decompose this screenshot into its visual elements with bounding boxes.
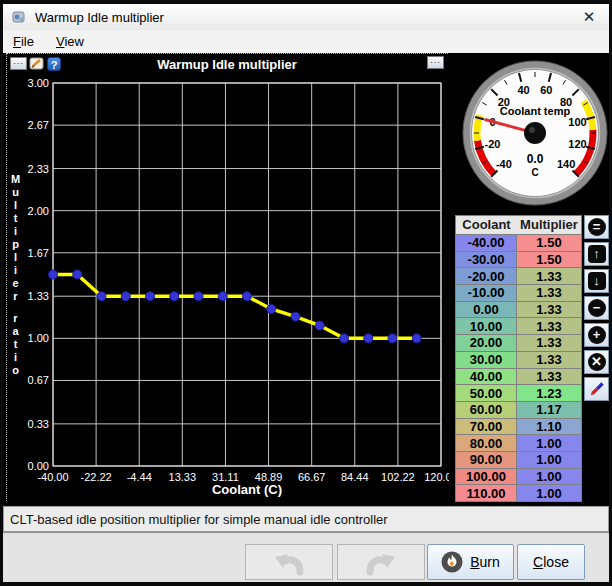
panel-detach-button[interactable]: ... bbox=[427, 56, 444, 69]
close-button[interactable]: Close bbox=[517, 544, 585, 580]
increase-values-button[interactable]: ↑ bbox=[584, 242, 609, 266]
coolant-cell[interactable]: 100.00 bbox=[456, 468, 517, 485]
svg-text:1.33: 1.33 bbox=[28, 290, 49, 302]
pencil-icon bbox=[589, 381, 605, 397]
edit-pencil-button[interactable] bbox=[584, 377, 609, 401]
multiplier-cell[interactable]: 1.33 bbox=[517, 284, 581, 301]
menu-file[interactable]: File bbox=[13, 34, 34, 49]
coolant-cell[interactable]: 70.00 bbox=[456, 418, 517, 435]
increase-values-icon: ↑ bbox=[588, 245, 606, 263]
gauge-units: C bbox=[531, 167, 538, 178]
coolant-cell[interactable]: -40.00 bbox=[456, 234, 517, 251]
coolant-cell[interactable]: 20.00 bbox=[456, 334, 517, 351]
svg-text:1.67: 1.67 bbox=[28, 247, 49, 259]
panel-menu-button[interactable]: ... bbox=[10, 57, 27, 70]
data-point[interactable] bbox=[97, 292, 106, 301]
undo-button[interactable] bbox=[245, 544, 333, 580]
data-point[interactable] bbox=[267, 304, 276, 313]
minus-button[interactable]: − bbox=[584, 296, 609, 320]
table-row: -30.001.50 bbox=[456, 251, 581, 268]
burn-button[interactable]: Burn bbox=[427, 544, 514, 580]
svg-text:140: 140 bbox=[557, 158, 575, 170]
warmup-curve-chart[interactable]: 0.000.330.671.001.331.672.002.332.673.00… bbox=[7, 54, 449, 502]
multiplier-cell[interactable]: 1.33 bbox=[517, 317, 581, 334]
coolant-cell[interactable]: -20.00 bbox=[456, 267, 517, 284]
menu-bar: FileView bbox=[3, 30, 609, 53]
data-point[interactable] bbox=[243, 292, 252, 301]
data-point[interactable] bbox=[170, 292, 179, 301]
coolant-cell[interactable]: 50.00 bbox=[456, 384, 517, 401]
data-point[interactable] bbox=[388, 334, 397, 343]
multiplier-cell[interactable]: 1.33 bbox=[517, 334, 581, 351]
edit-notes-icon[interactable] bbox=[29, 56, 45, 71]
footer-bar: Burn Close bbox=[3, 532, 609, 583]
decrease-values-button[interactable]: ↓ bbox=[584, 269, 609, 293]
multiplier-cell[interactable]: 1.00 bbox=[517, 434, 581, 451]
window-title: Warmup Idle multiplier bbox=[35, 10, 164, 25]
table-row: 30.001.33 bbox=[456, 351, 581, 368]
redo-button[interactable] bbox=[337, 544, 425, 580]
chart-title: Warmup Idle multiplier bbox=[7, 57, 447, 72]
svg-text:120: 120 bbox=[568, 138, 586, 150]
data-point[interactable] bbox=[291, 312, 300, 321]
y-axis-label: Multiplierratio bbox=[9, 83, 22, 466]
data-point[interactable] bbox=[218, 292, 227, 301]
clear-button[interactable]: ✕ bbox=[584, 350, 609, 374]
svg-text:0.67: 0.67 bbox=[28, 374, 49, 386]
close-window-button[interactable]: ✕ bbox=[577, 8, 601, 26]
data-point[interactable] bbox=[49, 270, 58, 279]
menu-view[interactable]: View bbox=[56, 34, 84, 49]
coolant-cell[interactable]: 40.00 bbox=[456, 368, 517, 385]
coolant-cell[interactable]: 90.00 bbox=[456, 451, 517, 468]
svg-text:2.67: 2.67 bbox=[28, 119, 49, 131]
multiplier-cell[interactable]: 1.00 bbox=[517, 468, 581, 485]
clear-icon: ✕ bbox=[588, 353, 606, 371]
coolant-cell[interactable]: 30.00 bbox=[456, 351, 517, 368]
coolant-cell[interactable]: 60.00 bbox=[456, 401, 517, 418]
table-row: -20.001.33 bbox=[456, 267, 581, 284]
data-point[interactable] bbox=[194, 292, 203, 301]
multiplier-cell[interactable]: 1.50 bbox=[517, 234, 581, 251]
decrease-values-icon: ↓ bbox=[588, 272, 606, 290]
table-row: 40.001.33 bbox=[456, 368, 581, 385]
data-point[interactable] bbox=[315, 321, 324, 330]
burn-flame-icon bbox=[441, 551, 463, 573]
multiplier-cell[interactable]: 1.33 bbox=[517, 368, 581, 385]
multiplier-cell[interactable]: 1.33 bbox=[517, 267, 581, 284]
help-button[interactable]: ? bbox=[47, 57, 61, 71]
column-header-coolant: Coolant bbox=[456, 216, 517, 234]
svg-text:0.33: 0.33 bbox=[28, 418, 49, 430]
warmup-table: CoolantMultiplier -40.001.50-30.001.50-2… bbox=[455, 215, 582, 502]
multiplier-cell[interactable]: 1.00 bbox=[517, 451, 581, 468]
table-row: 20.001.33 bbox=[456, 334, 581, 351]
table-row: 100.001.00 bbox=[456, 468, 581, 485]
status-bar: CLT-based idle position multiplier for s… bbox=[3, 506, 609, 532]
coolant-cell[interactable]: 0.00 bbox=[456, 301, 517, 318]
plus-button[interactable]: + bbox=[584, 323, 609, 347]
coolant-cell[interactable]: -10.00 bbox=[456, 284, 517, 301]
multiplier-cell[interactable]: 1.10 bbox=[517, 418, 581, 435]
coolant-cell[interactable]: 10.00 bbox=[456, 317, 517, 334]
multiplier-cell[interactable]: 1.17 bbox=[517, 401, 581, 418]
data-point[interactable] bbox=[340, 334, 349, 343]
data-point[interactable] bbox=[412, 334, 421, 343]
data-point[interactable] bbox=[146, 292, 155, 301]
minus-icon: − bbox=[588, 299, 606, 317]
coolant-cell[interactable]: 110.00 bbox=[456, 484, 517, 501]
equalize-values-button[interactable]: = bbox=[584, 215, 609, 239]
multiplier-cell[interactable]: 1.33 bbox=[517, 351, 581, 368]
coolant-cell[interactable]: -30.00 bbox=[456, 251, 517, 268]
window-bottom-edge bbox=[0, 582, 612, 586]
undo-icon bbox=[271, 548, 307, 576]
data-point[interactable] bbox=[364, 334, 373, 343]
coolant-cell[interactable]: 80.00 bbox=[456, 434, 517, 451]
multiplier-cell[interactable]: 1.00 bbox=[517, 484, 581, 501]
chart-panel: 0.000.330.671.001.331.672.002.332.673.00… bbox=[6, 53, 448, 501]
data-point[interactable] bbox=[73, 270, 82, 279]
multiplier-cell[interactable]: 1.50 bbox=[517, 251, 581, 268]
table-tool-buttons: =↑↓−+✕ bbox=[584, 215, 610, 401]
multiplier-cell[interactable]: 1.33 bbox=[517, 301, 581, 318]
table-row: 90.001.00 bbox=[456, 451, 581, 468]
data-point[interactable] bbox=[121, 292, 130, 301]
multiplier-cell[interactable]: 1.23 bbox=[517, 384, 581, 401]
